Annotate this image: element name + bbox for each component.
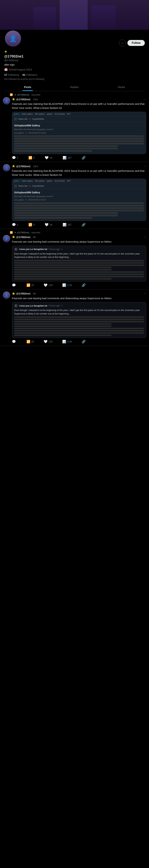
- reply-icon: 💬: [12, 283, 16, 287]
- author-name[interactable]: @17002ne1: [16, 165, 30, 168]
- following-label: Following: [8, 73, 19, 76]
- post-more-options[interactable]: ···: [144, 235, 146, 239]
- followers-label: Followers: [26, 73, 37, 76]
- share-action[interactable]: 🔗: [82, 283, 86, 287]
- retweet-count: 9: [33, 156, 35, 159]
- embed-subtitle: [Normal] is the black pink typography co…: [14, 128, 144, 130]
- reply-count: 2: [17, 223, 18, 226]
- embed-tab[interactable]: NFT: [67, 113, 71, 115]
- reply-action[interactable]: 💬 2: [12, 156, 18, 160]
- post-content: ★ @17002ne1 · 6h ··· Fearnots are now le…: [12, 291, 146, 344]
- reply-embed: L I love you Le Seraphim lol 5 hours ago…: [12, 246, 146, 281]
- post-content: ★ @17002ne1 · 24m ··· Fearnots are now c…: [12, 164, 146, 227]
- share-icon: 🔗: [82, 340, 86, 344]
- post-more-options[interactable]: ···: [144, 164, 146, 168]
- embed-tab[interactable]: DLink News: [55, 180, 65, 182]
- share-action[interactable]: 🔗: [82, 340, 86, 344]
- embed-tabs: galleryEditor galleryMini gallerygallery…: [12, 179, 146, 183]
- post-actions: 💬 2 🔁 9 🤍 34 📊 287 🔗: [12, 223, 86, 227]
- repost-icon: 🔁: [10, 231, 13, 234]
- like-icon: 🤍: [43, 283, 48, 287]
- reply-icon: 💬: [12, 340, 16, 344]
- views-icon: 📊: [63, 156, 66, 160]
- following-count: 17: [4, 73, 7, 76]
- author-star-icon: ★: [12, 164, 15, 168]
- reply-action[interactable]: 💬: [12, 340, 17, 344]
- more-options-button[interactable]: ···: [119, 40, 126, 46]
- retweet-action[interactable]: 🔁 9: [28, 156, 35, 160]
- embed-header: News site · 1 · Unpublished: [12, 116, 146, 122]
- embed-tab[interactable]: Editor gallery: [22, 113, 33, 115]
- share-icon: 🔗: [82, 283, 86, 287]
- embed-tab[interactable]: NFT: [67, 180, 71, 182]
- embed-meta: Like gallery : 3 · 2024/10/28 15:35:50: [14, 199, 144, 201]
- like-action[interactable]: 🤍 133: [43, 340, 53, 344]
- views-action[interactable]: 📊 287: [63, 223, 71, 227]
- reply-count: 2: [17, 156, 18, 159]
- like-count: 133: [49, 340, 53, 343]
- author-name[interactable]: @17002ne1: [16, 98, 30, 101]
- embed-tab[interactable]: Editor gallery: [22, 180, 33, 182]
- retweet-icon: 🔁: [28, 156, 32, 160]
- like-action[interactable]: 🤍 133: [43, 283, 53, 287]
- post-time: · 24m: [32, 98, 38, 101]
- post-more-options[interactable]: ···: [144, 292, 146, 296]
- user-bio: alter ego.: [4, 63, 145, 66]
- views-action[interactable]: 📊 4.3K: [62, 340, 72, 344]
- like-action[interactable]: 🤍 34: [45, 223, 52, 227]
- post-avatar: 👤: [3, 235, 10, 242]
- tab-replies[interactable]: Replies: [51, 83, 98, 91]
- embed-tab[interactable]: Mini gallery: [35, 180, 45, 182]
- author-name[interactable]: @17002ne1: [16, 236, 30, 239]
- post-avatar: 👤: [3, 164, 10, 172]
- tab-media[interactable]: Media: [98, 83, 145, 91]
- reply-line: [14, 326, 112, 327]
- like-icon: 🤍: [43, 340, 48, 344]
- stats-row: 17 Following 91 Followers: [4, 73, 145, 76]
- views-count: 287: [67, 223, 71, 226]
- reply-icon: 💬: [12, 156, 16, 160]
- like-count: 34: [50, 223, 52, 226]
- reply-embed-avatar: L: [14, 248, 18, 251]
- like-action[interactable]: 🤍 34: [45, 156, 52, 160]
- followers-stat[interactable]: 91 Followers: [23, 73, 37, 76]
- following-stat[interactable]: 17 Following: [4, 73, 19, 76]
- author-name[interactable]: @17002ne1: [16, 292, 30, 295]
- retweet-action[interactable]: 🔁 25: [27, 340, 34, 344]
- share-action[interactable]: 🔗: [82, 223, 86, 227]
- post-author: ★ @17002ne1 · 6h: [12, 291, 36, 296]
- embed-tab[interactable]: DLink News: [55, 113, 65, 115]
- reply-line: [14, 271, 144, 273]
- embed-tab[interactable]: Mini gallery: [35, 113, 45, 115]
- embed-tab[interactable]: gallery: [47, 113, 52, 115]
- follow-button[interactable]: Follow: [127, 40, 145, 46]
- profile-section: 👤 ··· Follow ★ @17002ne1 @17002ne1 alter…: [0, 30, 149, 91]
- share-action[interactable]: 🔗: [82, 156, 86, 160]
- post-actions: 💬 🔁 25 🤍 133 📊 4.3K 🔗: [12, 283, 86, 287]
- views-action[interactable]: 📊 287: [63, 156, 71, 160]
- retweet-action[interactable]: 🔁 25: [27, 283, 34, 287]
- embed-body: Girlsplanet999 Gallery [Normal] is the b…: [12, 122, 146, 154]
- retweet-icon: 🔁: [27, 283, 30, 287]
- repost-label: ★ @17002ne1 · reposted: [14, 231, 40, 234]
- embed-header: News site · 1 · Unpublished: [12, 183, 146, 189]
- reply-action[interactable]: 💬: [12, 283, 17, 287]
- views-action[interactable]: 📊 4.3K: [62, 283, 72, 287]
- author-star-icon: ★: [12, 97, 15, 101]
- views-icon: 📊: [62, 340, 66, 344]
- embed-tab[interactable]: gallery: [14, 113, 20, 115]
- embed-tab[interactable]: gallery: [47, 180, 52, 182]
- reply-line: [14, 316, 144, 318]
- post-avatar: 👤: [3, 97, 10, 104]
- tab-posts[interactable]: Posts: [4, 83, 51, 91]
- retweet-action[interactable]: 🔁 9: [28, 223, 35, 227]
- more-icon: ···: [121, 41, 124, 45]
- post-time: · 24m: [32, 165, 38, 168]
- embed-tab[interactable]: gallery: [14, 180, 20, 182]
- post-more-options[interactable]: ···: [144, 97, 146, 101]
- reply-embed-text: Even though I released it at the beginni…: [14, 252, 144, 259]
- reply-action[interactable]: 💬 2: [12, 223, 18, 227]
- embed-subtitle: [Normal] is the black pink typography co…: [14, 195, 144, 197]
- post-actions: 💬 2 🔁 9 🤍 34 📊 287 🔗: [12, 156, 86, 160]
- reply-line: [14, 274, 144, 275]
